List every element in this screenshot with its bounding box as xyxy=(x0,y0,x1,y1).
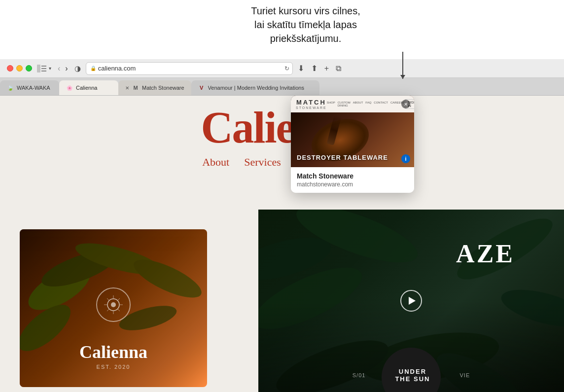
match-nav-shop: SHOP xyxy=(327,101,335,107)
svg-point-11 xyxy=(111,302,116,307)
portfolio-left: Calienna EST. 2020 xyxy=(20,229,207,387)
traffic-lights xyxy=(7,65,32,71)
tab-preview-title: Match Stoneware xyxy=(297,172,408,180)
close-button[interactable] xyxy=(7,65,13,71)
tab-waka-waka[interactable]: 🍃 WAKA-WAKA xyxy=(0,80,59,95)
match-preview-header: MATCH STONEWARE SHOP CUSTOM DINING ABOUT… xyxy=(291,96,414,112)
pointer-arrow xyxy=(400,75,405,79)
destroyer-label: DESTROYER TABLEWARE xyxy=(297,154,388,161)
new-tab-icon[interactable]: + xyxy=(324,64,329,73)
sun-logo-icon xyxy=(100,291,127,319)
browser-chrome: ▾ ‹ › ◑ 🔒 calienna.com ↻ ⬇ ⬆ + ⧉ xyxy=(0,59,564,78)
tabs-overview-icon[interactable]: ⧉ xyxy=(336,64,341,73)
minimize-button[interactable] xyxy=(16,65,23,71)
pointer-line xyxy=(402,52,403,79)
tab-favicon-venamour: V xyxy=(198,84,205,91)
tab-match-stoneware[interactable]: ✕ M Match Stoneware xyxy=(118,80,191,95)
fullscreen-button[interactable] xyxy=(26,65,32,71)
under-the-sun-label: UNDERTHE SUN xyxy=(395,368,430,383)
portfolio-left-title: Calienna xyxy=(79,342,147,362)
portfolio-right-title: AZE xyxy=(456,239,515,268)
tab-favicon-match: M xyxy=(132,84,139,91)
match-logo-area: MATCH STONEWARE xyxy=(296,99,327,109)
play-button[interactable] xyxy=(400,290,422,312)
sidebar-toggle[interactable]: ▾ xyxy=(37,65,51,72)
match-logo-sub: STONEWARE xyxy=(296,106,327,109)
tab-favicon-calienna: 🌸 xyxy=(66,84,73,91)
calienna-site: Calienna About Services Under The Sun xyxy=(0,96,564,392)
svg-point-8 xyxy=(129,252,206,305)
calienna-logo-circle xyxy=(96,287,131,322)
tab-label-calienna: Calienna xyxy=(76,85,97,91)
bottom-labels: S/01 UNDERTHE SUN VIE xyxy=(258,368,564,383)
tab-preview-info: Match Stoneware matchstoneware.com xyxy=(291,167,414,193)
match-nav-faq: FAQ xyxy=(365,101,371,107)
nav-about[interactable]: About xyxy=(202,156,229,169)
tab-venamour[interactable]: V Venamour | Modern Wedding Invitations xyxy=(191,80,319,95)
svg-line-16 xyxy=(107,298,109,300)
tab-close-match[interactable]: ✕ xyxy=(125,85,129,91)
back-button[interactable]: ‹ xyxy=(56,64,62,73)
svg-line-18 xyxy=(118,298,120,300)
match-nav-contact: CONTACT xyxy=(374,101,388,107)
tab-preview-image: MATCH STONEWARE SHOP CUSTOM DINING ABOUT… xyxy=(291,96,414,167)
forward-button[interactable]: › xyxy=(64,64,69,73)
tab-favicon-waka: 🍃 xyxy=(7,84,14,91)
address-bar[interactable]: 🔒 calienna.com ↻ xyxy=(86,62,293,75)
portfolio-left-subtitle: EST. 2020 xyxy=(97,364,131,370)
match-nav: SHOP CUSTOM DINING ABOUT FAQ CONTACT CAR… xyxy=(327,101,405,107)
svg-rect-0 xyxy=(37,65,40,72)
nav-services[interactable]: Services xyxy=(244,156,281,169)
match-nav-custom: CUSTOM DINING xyxy=(338,101,351,107)
close-preview-button[interactable]: ✕ xyxy=(401,100,410,108)
tab-label-venamour: Venamour | Modern Wedding Invitations xyxy=(208,85,304,91)
privacy-icon: ◑ xyxy=(74,64,81,73)
url-text: calienna.com xyxy=(98,65,136,72)
info-dot: i xyxy=(401,154,410,163)
nav-arrows: ‹ › xyxy=(56,64,70,73)
tab-preview-url: matchstoneware.com xyxy=(297,181,408,188)
tooltip: Turiet kursoru virs cilnes, lai skatītu … xyxy=(212,4,399,45)
tab-label-match: Match Stoneware xyxy=(142,85,184,91)
portfolio-right: AZE S/01 UNDERTHE SUN VIE xyxy=(258,210,564,392)
tab-bar: 🍃 WAKA-WAKA 🌸 Calienna ✕ M Match Stonewa… xyxy=(0,78,564,96)
sidebar-icon xyxy=(37,65,47,72)
webpage-content: Calienna About Services Under The Sun xyxy=(0,96,564,392)
label-vie: VIE xyxy=(459,372,470,378)
dropdown-arrow: ▾ xyxy=(49,66,51,71)
tab-label-waka: WAKA-WAKA xyxy=(17,85,50,91)
label-s01: S/01 xyxy=(352,372,366,378)
share-icon[interactable]: ⬆ xyxy=(311,64,317,73)
lock-icon: 🔒 xyxy=(90,66,96,71)
download-icon[interactable]: ⬇ xyxy=(298,64,304,73)
svg-line-19 xyxy=(107,309,109,311)
toolbar-right: ⬇ ⬆ + ⧉ xyxy=(298,64,341,73)
tooltip-line2: lai skatītu tīmekļa lapas xyxy=(254,19,357,30)
tab-preview-popup: MATCH STONEWARE SHOP CUSTOM DINING ABOUT… xyxy=(291,96,414,193)
match-nav-about: ABOUT xyxy=(353,101,363,107)
refresh-icon[interactable]: ↻ xyxy=(284,65,289,72)
tooltip-line1: Turiet kursoru virs cilnes, xyxy=(251,5,360,16)
svg-line-17 xyxy=(118,309,120,311)
match-logo: MATCH xyxy=(296,99,326,106)
tooltip-line3: priekšskatījumu. xyxy=(270,33,342,44)
tab-calienna[interactable]: 🌸 Calienna xyxy=(59,80,118,95)
